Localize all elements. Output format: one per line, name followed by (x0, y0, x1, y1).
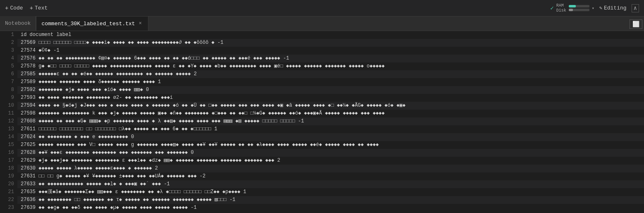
code-line-9: 27593 ◆◆ ◆◆◆◆ ◆◆◆◆◆◆◆ ◆◆◆◆◆◆◆◆ ø2- ◆◆ ◆◆… (17, 94, 644, 102)
code-line-3: 27574 ◆©¢◆ -1 (17, 47, 644, 55)
tab-notebook[interactable]: Notebook (0, 16, 36, 31)
code-line-13: 27611 □□□□□□ □□□□□□□□ □□ □□□□□□□ □λ◆◆ ◆◆… (17, 125, 644, 133)
code-line-6: 27585 ◆◆◆◆◆◆ε ◆◆ ◆◆ ◆é◆◆ ◆◆◆◆◆◆ ◆◆◆◆◆◆◆◆… (17, 70, 644, 78)
line-number-3: 3 (0, 47, 14, 55)
line-number-7: 7 (0, 78, 14, 86)
code-line-21: 27635 ◆◆◆漢◆ã◆ ◆◆◆◆◆◆◆Σ◆◆ ▤▤◆◆◆ ε ◆◆◆◆◆◆◆… (17, 188, 644, 196)
ram-bar-fill (569, 5, 576, 7)
code-line-1: id document label (17, 31, 644, 39)
code-line-8: 27592 ◆◆◆◆◆◆◆◆ ◆j◆ ◆◆◆◆ ◆◆◆ ◆íó◆ ◆◆◆◆ ▤▤… (17, 86, 644, 94)
code-line-11: 27598 ◆◆◆◆◆◆◆ ◆◆◆◆◆◆◆◆◆ k ◆◆◆ ◆j◆ ◆◆◆◆◆ … (17, 110, 644, 117)
line-number-6: 6 (0, 70, 14, 78)
disk-label: Disk (556, 8, 566, 13)
ram-bar-container (569, 5, 589, 7)
line-number-4: 4 (0, 55, 14, 62)
code-line-23: 27639 ◆◆ ◆◆g◆ ◆◆ ◆◆δ ◆◆◆ ◆◆◆◆ ◆µ◆ ◆◆◆◆◆ … (17, 204, 644, 212)
code-line-14: 27624 ◆◆ ◆◆◆◆◆◆◆◆ ◆ ◆◆◆ e ◆◆◆◆◆◆◆◆◆◆ 0 (17, 133, 644, 141)
line-number-12: 12 (0, 117, 14, 125)
disk-bar-container (569, 9, 589, 11)
line-number-9: 9 (0, 94, 14, 102)
content-area: 1234567891011121314151617181920212223 id… (0, 31, 644, 213)
line-number-1: 1 (0, 31, 14, 39)
line-number-18: 18 (0, 165, 14, 172)
line-number-16: 16 (0, 149, 14, 157)
tab-close-button[interactable]: × (138, 20, 143, 27)
pencil-icon: ✎ (599, 5, 602, 11)
add-code-label: Code (10, 5, 23, 11)
line-number-2: 2 (0, 39, 14, 47)
check-icon: ✓ (550, 5, 553, 12)
code-line-12: 27608 ◆◆◆◆◆ ◆◆ ◆◆◆ ◆G◆ ▤▤▤◆ ◆p ◆◆◆◆◆◆◆ ◆… (17, 117, 644, 125)
tab-file-label: comments_30K_labeled_test.txt (41, 21, 135, 27)
line-number-13: 13 (0, 125, 14, 133)
add-text-button[interactable]: + Text (30, 5, 48, 12)
line-number-22: 22 (0, 196, 14, 204)
line-number-20: 20 (0, 180, 14, 188)
line-number-23: 23 (0, 204, 14, 212)
ram-disk-dropdown[interactable]: ▾ (592, 6, 594, 11)
code-line-2: 27569 □□□□ □□□□□□ □□□□◆ ◆◆◆◆i◆ ◆◆◆◆ ◆◆ ◆… (17, 39, 644, 47)
line-number-11: 11 (0, 110, 14, 117)
line-number-8: 8 (0, 86, 14, 94)
code-line-17: 27629 ◆j◆ ◆◆◆j◆◆ ◆◆◆◆◆◆◆ ◆◆◆◆◆◆◆◆ ε ◆◆◆i… (17, 157, 644, 165)
add-code-button[interactable]: + Code (5, 5, 23, 12)
add-text-label: Text (35, 5, 48, 11)
ram-disk-bars (569, 5, 589, 11)
code-line-19: 27631 □□ □□ g◆ ◆◆◆◆◆ ◆¥ ¥◆◆◆◆◆◆◆ ±◆◆◆◆ ◆… (17, 172, 644, 180)
line-number-15: 15 (0, 141, 14, 149)
code-line-7: 27589 ◆◆◆◆◆◆ ◆◆◆◆◆◆◆ ◆◆◆◆ δ◆◆◆◆◆◆ ◆◆◆◆◆◆… (17, 78, 644, 86)
code-line-16: 27628 ◆◆¥ ◆◆◆ε ◆◆◆◆◆◆◆◆ ◆◆◆◆◆◆◆◆ ◆◆◆ ◆◆◆… (17, 149, 644, 157)
maximize-button[interactable]: ⬜ (630, 19, 642, 29)
tab-notebook-label: Notebook (5, 20, 31, 26)
line-number-19: 19 (0, 172, 14, 180)
line-number-14: 14 (0, 133, 14, 141)
code-line-22: 27636 ◆◆ ◆◆◆◆◆◆◆◆ □□ ◆◆◆◆◆◆◆ ◆◆ τ◆ ◆◆◆◆◆… (17, 196, 644, 204)
toolbar-left: + Code + Text (5, 5, 48, 12)
code-line-18: 27630 ◆◆◆◆◆ ◆◆◆◆◆ λ◆◆◆◆◆ ◆◆◆◆◆ε◆◆◆◆ ◆ ◆◆… (17, 165, 644, 172)
line-numbers: 1234567891011121314151617181920212223 (0, 31, 17, 213)
line-number-17: 17 (0, 157, 14, 165)
line-number-5: 5 (0, 62, 14, 70)
line-number-10: 10 (0, 102, 14, 110)
code-line-4: 27576 ◆◆ ◆◆ ◆◆ ◆◆◆◆◆◆◆◆◆◆ ¢▤¤◆ ◆◆◆◆◆◆ 6◆… (17, 55, 644, 62)
code-line-20: 27633 ◆◆ ◆◆◆◆◆◆◆◆◆◆◆◆ ◆◆◆◆◆ ◆◆l◆ ◆ ◆◆◆▣ … (17, 180, 644, 188)
tab-bar: Notebook comments_30K_labeled_test.txt ×… (0, 17, 644, 31)
plus-icon-2: + (30, 5, 33, 12)
editing-status: ✎ Editing (599, 5, 627, 11)
ram-disk-indicator: ✓ RAM Disk ▾ (550, 3, 594, 13)
toolbar-right: ✓ RAM Disk ▾ ✎ Editing ∧ (550, 3, 639, 13)
collapse-button[interactable]: ∧ (632, 4, 639, 12)
code-line-15: 27625 ◆◆◆◆◆ ◆◆◆◆◆◆ ◆◆◆ V□ ◆◆◆◆◆ ◆◆◆◆ g ◆… (17, 141, 644, 149)
code-line-5: 27578 g◆ ◆□□ □□□□ □□□□□ ◆◆◆◆◆ ◆◆◆◆◆◆◆◆◆◆… (17, 62, 644, 70)
ram-label: RAM (556, 3, 566, 8)
editing-label-text: Editing (604, 5, 627, 11)
disk-bar-fill (569, 9, 573, 11)
ram-disk-labels: RAM Disk (556, 3, 566, 13)
line-number-21: 21 (0, 188, 14, 196)
plus-icon: + (5, 5, 8, 12)
tab-file[interactable]: comments_30K_labeled_test.txt × (36, 16, 148, 31)
toolbar: + Code + Text ✓ RAM Disk ▾ (0, 0, 644, 17)
code-line-10: 27594 ◆◆◆◆ ◆◆ §◆ó◆j ◆J◆◆◆ ◆◆◆ ◆ ◆◆◆◆ ◆◆◆… (17, 102, 644, 110)
code-area[interactable]: id document label27569 □□□□ □□□□□□ □□□□◆… (17, 31, 644, 213)
